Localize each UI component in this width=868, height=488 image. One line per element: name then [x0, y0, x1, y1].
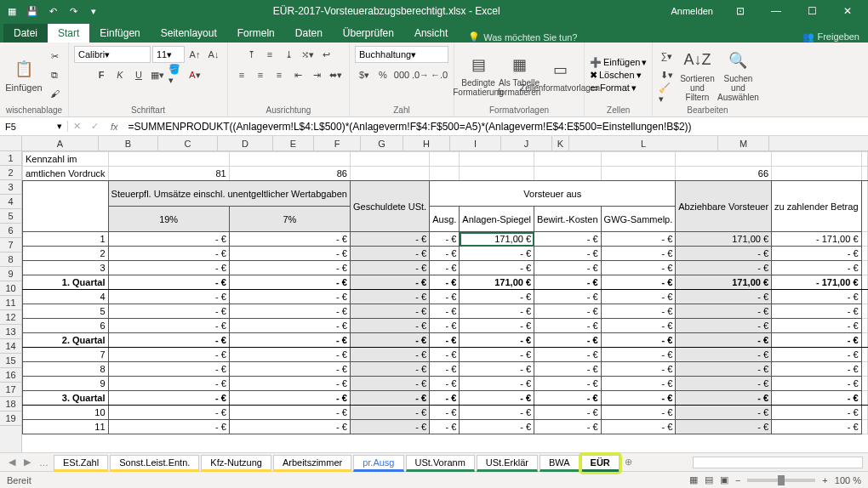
- cells-area[interactable]: Kennzahl imamtlichen Vordruck818666Steue…: [22, 151, 868, 452]
- copy-icon[interactable]: ⧉: [46, 66, 63, 83]
- fill-icon[interactable]: ⬇▾: [658, 66, 675, 83]
- row-header-8[interactable]: 8: [0, 253, 21, 267]
- font-color-icon[interactable]: A▾: [186, 66, 203, 83]
- align-right-icon[interactable]: ≡: [271, 66, 288, 83]
- wrap-text-icon[interactable]: ↩: [317, 46, 334, 63]
- col-header-I[interactable]: I: [450, 136, 501, 150]
- col-header-C[interactable]: C: [158, 136, 218, 150]
- sort-filter-button[interactable]: A↓ZSortieren und Filtern: [678, 48, 716, 102]
- delete-cells-button[interactable]: ✖Löschen ▾: [590, 70, 647, 81]
- col-header-K[interactable]: K: [552, 136, 569, 150]
- col-header-B[interactable]: B: [99, 136, 158, 150]
- tab-insert[interactable]: Einfügen: [89, 24, 150, 43]
- sign-in-link[interactable]: Anmelden: [671, 6, 713, 16]
- col-header-E[interactable]: E: [273, 136, 314, 150]
- cut-icon[interactable]: ✂: [46, 48, 63, 65]
- qat-dropdown-icon[interactable]: ▾: [85, 3, 102, 20]
- decrease-font-icon[interactable]: A↓: [205, 46, 222, 63]
- name-box[interactable]: F5▾: [0, 121, 68, 132]
- align-bottom-icon[interactable]: ⤓: [280, 46, 297, 63]
- row-header-19[interactable]: 19: [0, 411, 21, 426]
- col-header-L[interactable]: L: [569, 136, 718, 150]
- row-header-18[interactable]: 18: [0, 397, 21, 411]
- row-headers[interactable]: 12345678910111213141516171819: [0, 151, 22, 452]
- comma-icon[interactable]: 000: [393, 66, 410, 83]
- zoom-in-icon[interactable]: +: [822, 475, 827, 485]
- row-header-5[interactable]: 5: [0, 209, 21, 224]
- number-format-selector[interactable]: Buchhaltung ▾: [355, 46, 448, 63]
- fx-icon[interactable]: fx: [104, 122, 125, 132]
- tab-nav-next-icon[interactable]: ▶: [20, 457, 34, 468]
- tab-nav-more-icon[interactable]: …: [36, 457, 52, 468]
- italic-icon[interactable]: K: [111, 66, 128, 83]
- zoom-level[interactable]: 100 %: [835, 475, 861, 485]
- align-top-icon[interactable]: ⤒: [243, 46, 260, 63]
- indent-dec-icon[interactable]: ⇤: [289, 66, 306, 83]
- clear-icon[interactable]: 🧹▾: [658, 85, 675, 102]
- tab-view[interactable]: Ansicht: [404, 24, 458, 43]
- col-header-J[interactable]: J: [501, 136, 552, 150]
- row-header-17[interactable]: 17: [0, 383, 21, 397]
- undo-icon[interactable]: ↶: [44, 3, 61, 20]
- new-sheet-icon[interactable]: ⊕: [621, 457, 636, 468]
- increase-font-icon[interactable]: A↑: [186, 46, 203, 63]
- zoom-out-icon[interactable]: −: [735, 475, 740, 485]
- sheet-tab-prausg[interactable]: pr.Ausg: [353, 455, 403, 472]
- align-middle-icon[interactable]: ≡: [261, 46, 278, 63]
- tab-start[interactable]: Start: [48, 24, 89, 43]
- format-painter-icon[interactable]: 🖌: [46, 85, 63, 102]
- bold-icon[interactable]: F: [93, 66, 110, 83]
- zoom-slider[interactable]: [747, 479, 815, 482]
- col-header-H[interactable]: H: [403, 136, 450, 150]
- tab-file[interactable]: Datei: [3, 24, 48, 43]
- row-header-15[interactable]: 15: [0, 354, 21, 368]
- sheet-tab-usterklr[interactable]: USt.Erklär: [477, 455, 538, 472]
- namebox-dropdown-icon[interactable]: ▾: [57, 121, 62, 132]
- row-header-12[interactable]: 12: [0, 310, 21, 325]
- autosum-icon[interactable]: ∑▾: [658, 48, 675, 65]
- paste-button[interactable]: 📋 Einfügen: [5, 57, 43, 93]
- percent-icon[interactable]: %: [374, 66, 391, 83]
- save-icon[interactable]: 💾: [24, 3, 41, 20]
- minimize-button[interactable]: —: [759, 2, 793, 20]
- font-name-selector[interactable]: Calibri ▾: [74, 46, 151, 63]
- row-header-10[interactable]: 10: [0, 281, 21, 296]
- sheet-tab-arbeitszimmer[interactable]: Arbeitszimmer: [273, 455, 351, 472]
- column-headers[interactable]: ABCDEFGHIJKLM: [22, 136, 868, 151]
- tab-nav-prev-icon[interactable]: ◀: [5, 457, 19, 468]
- border-icon[interactable]: ▦▾: [149, 66, 166, 83]
- close-button[interactable]: ✕: [831, 2, 865, 20]
- sheet-tab-estzahl[interactable]: ESt.Zahl: [54, 455, 108, 472]
- tab-formulas[interactable]: Formeln: [227, 24, 285, 43]
- row-header-2[interactable]: 2: [0, 166, 21, 180]
- formula-input[interactable]: [125, 121, 868, 133]
- share-button[interactable]: 👥 Freigeben: [802, 31, 859, 43]
- tab-data[interactable]: Daten: [285, 24, 333, 43]
- redo-icon[interactable]: ↷: [65, 3, 82, 20]
- align-left-icon[interactable]: ≡: [233, 66, 250, 83]
- row-header-9[interactable]: 9: [0, 267, 21, 281]
- col-header-F[interactable]: F: [314, 136, 361, 150]
- row-header-16[interactable]: 16: [0, 368, 21, 383]
- currency-icon[interactable]: $▾: [356, 66, 373, 83]
- maximize-button[interactable]: ☐: [795, 2, 829, 20]
- increase-decimal-icon[interactable]: .0→: [412, 66, 429, 83]
- col-header-A[interactable]: A: [22, 136, 99, 150]
- col-header-D[interactable]: D: [218, 136, 273, 150]
- view-normal-icon[interactable]: ▦: [689, 474, 698, 485]
- tell-me[interactable]: 💡 Was möchten Sie tun?: [468, 31, 577, 43]
- select-all-corner[interactable]: [0, 136, 22, 151]
- tab-layout[interactable]: Seitenlayout: [151, 24, 227, 43]
- row-header-14[interactable]: 14: [0, 339, 21, 354]
- view-pagebreak-icon[interactable]: ▣: [720, 474, 728, 485]
- row-header-7[interactable]: 7: [0, 238, 21, 253]
- col-header-M[interactable]: M: [718, 136, 769, 150]
- cancel-formula-icon[interactable]: ✕: [68, 121, 86, 132]
- enter-formula-icon[interactable]: ✓: [86, 121, 104, 132]
- row-header-6[interactable]: 6: [0, 224, 21, 238]
- insert-cells-button[interactable]: ➕Einfügen ▾: [590, 57, 647, 68]
- row-header-11[interactable]: 11: [0, 296, 21, 310]
- row-header-4[interactable]: 4: [0, 195, 21, 209]
- underline-icon[interactable]: U: [130, 66, 147, 83]
- sheet-tab-sonstleistentn[interactable]: Sonst.Leist.Entn.: [110, 455, 199, 472]
